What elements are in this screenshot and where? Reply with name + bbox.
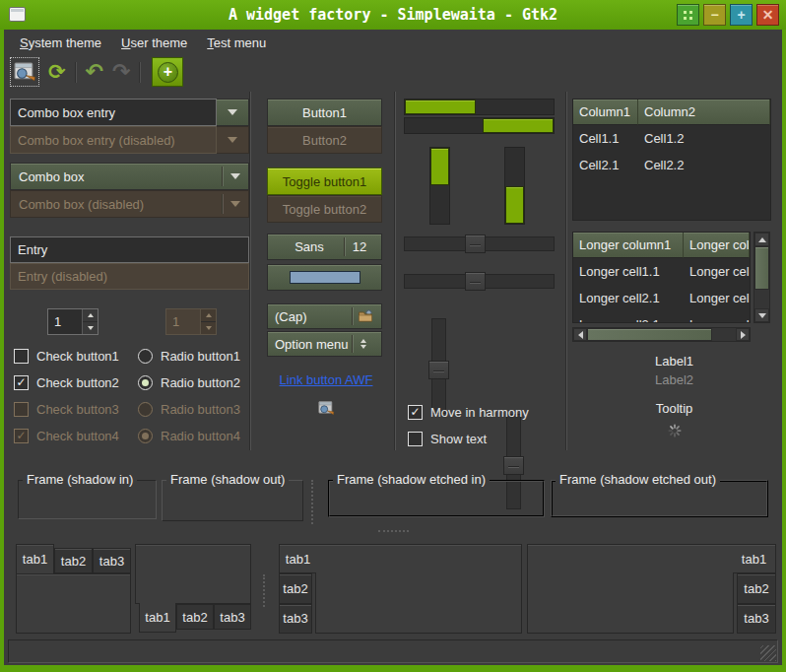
radio-selected-icon[interactable] (138, 375, 153, 390)
button2-disabled: Button2 (267, 126, 382, 154)
add-toolbar-button[interactable]: + (152, 57, 183, 87)
tab-tab1-active[interactable]: tab1 (139, 603, 176, 633)
combo-box-entry-field[interactable]: Combo box entry (10, 99, 217, 126)
tab-tab3[interactable]: tab3 (214, 604, 251, 630)
tab-tab2[interactable]: tab2 (737, 573, 776, 603)
tab-bar: tab1 tab2 tab3 (279, 544, 315, 634)
column-header[interactable]: Longer column2 (684, 233, 750, 258)
check-show-text[interactable]: Show text (408, 430, 487, 447)
minimize-button[interactable]: − (703, 4, 726, 26)
radio-button-1[interactable]: Radio button1 (138, 347, 240, 365)
chevron-down-icon (230, 173, 240, 179)
vertical-dotted-separator (311, 480, 313, 524)
check-button-3-disabled: Check button3 (14, 400, 119, 418)
radio-button-2[interactable]: Radio button2 (138, 373, 240, 391)
frame-shadow-in: Frame (shadow in) (18, 472, 157, 519)
check-move-in-harmony[interactable]: Move in harmony (408, 403, 529, 421)
file-chooser-label: (Cap) (275, 309, 352, 324)
spin-arrows (82, 309, 98, 334)
button1[interactable]: Button1 (267, 99, 382, 126)
scrollbar-trough[interactable] (754, 290, 769, 308)
radio-icon[interactable] (138, 349, 153, 364)
tab-tab2[interactable]: tab2 (176, 604, 214, 630)
scale-handle[interactable] (428, 361, 449, 379)
scroll-up-button[interactable] (754, 233, 769, 246)
combo-box-entry-arrow-button[interactable] (217, 99, 249, 126)
horizontal-scrollbar[interactable] (572, 327, 751, 342)
window-menu-button[interactable] (677, 4, 699, 26)
scroll-left-button[interactable] (573, 328, 587, 341)
column-header[interactable]: Column1 (573, 100, 638, 125)
scale-handle[interactable] (465, 235, 486, 253)
combo-box-disabled: Combo box (disabled) (10, 190, 249, 218)
menubar: System theme User theme Test menu (4, 30, 782, 55)
scrollbar-thumb[interactable] (754, 246, 769, 290)
checkbox-checked-icon[interactable] (408, 405, 423, 420)
progressbar-fill (483, 118, 554, 133)
tab-tab1-active[interactable]: tab1 (279, 544, 316, 573)
treeview-1: Column1 Column2 Cell1.1 Cell1.2 Cell2.1 … (572, 99, 771, 221)
spin-down-button[interactable] (83, 321, 98, 334)
spinner-icon (668, 424, 682, 437)
progressbar-fill (405, 100, 476, 114)
option-menu[interactable]: Option menu (267, 331, 382, 357)
menu-test-menu[interactable]: Test menu (197, 32, 276, 54)
combo-box-entry[interactable]: Combo box entry (10, 99, 249, 126)
menu-system-theme[interactable]: System theme (10, 32, 111, 54)
spin-up-button[interactable] (83, 309, 98, 321)
tab-tab1-active[interactable]: tab1 (16, 544, 54, 573)
table-row[interactable]: Longer cell3.1 Longer cell3.2 (573, 311, 750, 323)
font-button[interactable]: Sans 12 (267, 234, 382, 260)
scale-horizontal-1[interactable] (404, 236, 555, 251)
scale-handle[interactable] (465, 272, 486, 291)
column-header[interactable]: Column2 (638, 100, 770, 125)
maximize-button[interactable]: + (730, 4, 753, 26)
table-row[interactable]: Longer cell2.1 Longer cell2.2 (573, 285, 750, 311)
toggle-button2-disabled: Toggle button2 (267, 195, 382, 223)
checkbox-icon[interactable] (408, 432, 423, 446)
check-button-2[interactable]: Check button2 (14, 373, 119, 391)
tab-bar: tab1 tab2 tab3 (734, 544, 776, 634)
link-button[interactable]: Link button AWF (280, 372, 373, 387)
column-header[interactable]: Longer column1 (573, 233, 684, 258)
label1: Label1 (570, 354, 778, 369)
checkbox-checked-icon[interactable] (14, 375, 29, 390)
refresh-toolbar-button[interactable]: ⟳ (48, 62, 66, 83)
tab-tab1-active[interactable]: tab1 (733, 544, 776, 573)
color-button[interactable] (267, 264, 382, 291)
resize-grip[interactable] (760, 645, 776, 661)
tab-tab3[interactable]: tab3 (279, 604, 312, 634)
tab-tab3[interactable]: tab3 (93, 548, 131, 573)
checkbox-icon[interactable] (14, 349, 29, 364)
vertical-dotted-separator (263, 574, 265, 607)
option-menu-label: Option menu (275, 337, 352, 352)
scrollbar-thumb[interactable] (587, 328, 712, 341)
menu-user-theme[interactable]: User theme (111, 32, 197, 54)
spin-button[interactable]: 1 (47, 308, 98, 335)
tab-tab2[interactable]: tab2 (54, 548, 93, 573)
find-replace-toolbar-button[interactable] (10, 57, 39, 87)
table-row[interactable]: Cell2.1 Cell2.2 (573, 152, 770, 178)
tab-tab2[interactable]: tab2 (279, 573, 312, 603)
spinner-wrap (570, 424, 778, 437)
combo-box[interactable]: Combo box (10, 163, 249, 190)
file-chooser-button[interactable]: (Cap) (267, 303, 382, 329)
arrow-down-icon (758, 313, 766, 318)
scale-vertical-1[interactable] (431, 318, 446, 414)
table-row[interactable]: Cell1.1 Cell1.2 (573, 125, 770, 152)
close-button[interactable]: ✕ (756, 4, 779, 26)
undo-icon: ↶ (86, 59, 103, 84)
scroll-down-button[interactable] (754, 308, 769, 322)
tab-tab3[interactable]: tab3 (737, 604, 776, 634)
scroll-right-button[interactable] (736, 328, 750, 341)
titlebar[interactable]: A widget factory - Simplewaita - Gtk2 − … (0, 0, 786, 30)
check-button-1[interactable]: Check button1 (14, 347, 119, 365)
vertical-scrollbar[interactable] (753, 232, 770, 323)
text-entry[interactable]: Entry (10, 236, 249, 263)
toggle-button1-active[interactable]: Toggle button1 (267, 168, 382, 195)
scale-horizontal-2[interactable] (404, 274, 555, 289)
scrollbar-trough[interactable] (712, 328, 736, 341)
spin-up-button (201, 309, 216, 321)
undo-toolbar-button[interactable]: ↶ (86, 61, 103, 83)
table-row[interactable]: Longer cell1.1 Longer cell1.2 (573, 258, 750, 285)
